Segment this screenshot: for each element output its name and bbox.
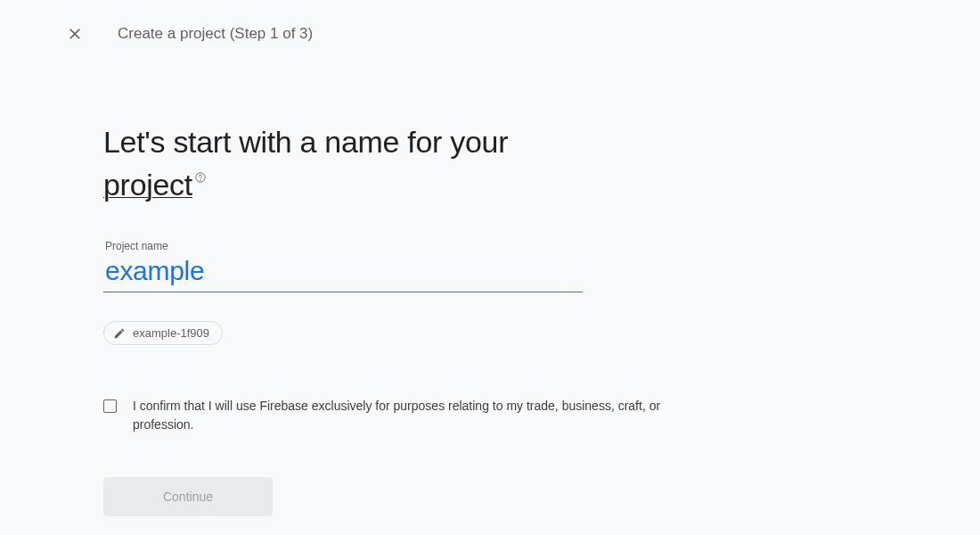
- project-id-text: example-1f909: [133, 326, 209, 340]
- confirmation-checkbox[interactable]: [103, 399, 117, 413]
- close-button[interactable]: [57, 16, 93, 52]
- project-name-input[interactable]: [103, 254, 583, 292]
- project-name-label: Project name: [103, 240, 583, 252]
- page-title: Create a project (Step 1 of 3): [118, 25, 313, 43]
- main-heading: Let's start with a name for your project: [103, 121, 567, 206]
- heading-text: Let's start with a name for your: [103, 125, 508, 159]
- pencil-icon: [113, 327, 126, 340]
- heading-underlined: project: [103, 168, 192, 202]
- confirmation-label: I confirm that I will use Firebase exclu…: [133, 397, 674, 434]
- close-icon: [66, 25, 84, 43]
- help-icon[interactable]: [194, 171, 207, 189]
- svg-point-1: [200, 180, 201, 181]
- project-id-chip[interactable]: example-1f909: [103, 321, 223, 345]
- continue-button[interactable]: Continue: [103, 477, 273, 516]
